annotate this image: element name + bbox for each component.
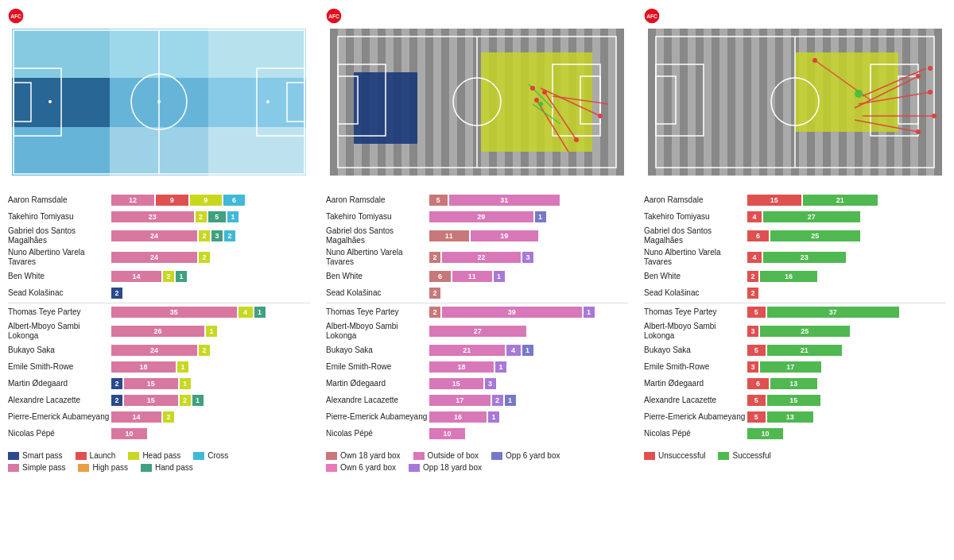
panel-title-pass-zones: AFC [8, 8, 310, 24]
bar-segment: 26 [111, 326, 204, 337]
player-name: Nuno Albertino Varela Tavares [644, 248, 747, 267]
legend-pass-location-2: Own 6 yard box Opp 18 yard box [326, 463, 628, 472]
bar-segment: 21 [767, 345, 843, 356]
svg-point-73 [916, 129, 921, 134]
bars: 6111 [429, 271, 628, 282]
legend-color-head [128, 452, 139, 460]
bars: 2141 [429, 345, 628, 356]
bars: 515 [747, 395, 946, 406]
bars: 261 [111, 326, 310, 337]
bar-segment: 21 [429, 345, 505, 356]
player-row: Pierre-Emerick Aubameyang142 [8, 410, 310, 424]
bars: 2151 [111, 378, 310, 389]
bar-segment: 5 [747, 345, 766, 356]
player-row: Emile Smith-Rowe181 [8, 360, 310, 374]
player-row: Bukayo Saka2141 [326, 343, 628, 357]
bar-segment: 2 [163, 271, 174, 282]
player-row: Sead Kolašinac2 [326, 286, 628, 300]
legend-high-pass: High pass [78, 463, 127, 472]
player-name: Thomas Teye Partey [326, 307, 429, 317]
bar-segment: 39 [442, 307, 582, 318]
legend-color-smart [8, 452, 19, 460]
svg-text:AFC: AFC [10, 14, 21, 19]
bar-segment: 1 [227, 211, 238, 222]
player-row: Takehiro Tomiyasu23251 [8, 210, 310, 224]
bar-segment: 2 [111, 395, 122, 406]
bar-segment: 27 [763, 211, 860, 222]
player-row: Thomas Teye Partey2391 [326, 305, 628, 319]
legend-outside: Outside of box [413, 451, 479, 460]
bar-segment: 15 [124, 395, 178, 406]
player-row: Takehiro Tomiyasu427 [644, 210, 946, 224]
player-name: Takehiro Tomiyasu [8, 212, 111, 222]
svg-text:AFC: AFC [328, 14, 339, 19]
bar-segment: 2 [111, 378, 122, 389]
bars: 27 [429, 326, 628, 337]
bars: 10 [747, 428, 946, 439]
bar-segment: 23 [763, 252, 846, 263]
bars: 2223 [429, 252, 628, 263]
bars: 625 [747, 230, 946, 241]
player-row: Sead Kolašinac2 [644, 286, 946, 300]
pass-outcome-rows: Aaron Ramsdale1521Takehiro Tomiyasu427Ga… [644, 193, 946, 443]
svg-point-44 [534, 98, 539, 102]
player-name: Albert-Mboyo Sambi Lokonga [644, 322, 747, 341]
svg-point-74 [812, 58, 817, 63]
bar-segment: 5 [208, 211, 227, 222]
bar-segment: 16 [429, 411, 487, 423]
bar-segment: 10 [429, 428, 465, 439]
bar-segment: 3 [211, 230, 223, 241]
bar-segment: 5 [747, 307, 766, 318]
arsenal-logo-2: AFC [326, 8, 342, 24]
bars: 216 [747, 271, 946, 282]
player-row: Martin Ødegaard153 [326, 377, 628, 391]
bars: 531 [429, 195, 628, 206]
player-name: Sead Kolašinac [326, 288, 429, 298]
player-name: Takehiro Tomiyasu [644, 212, 747, 222]
player-name: Pierre-Emerick Aubameyang [644, 412, 747, 422]
bar-segment: 21 [803, 195, 878, 206]
player-row: Thomas Teye Partey3541 [8, 305, 310, 319]
legend-color-own6 [326, 464, 337, 472]
legend-pass-location: Own 18 yard box Outside of box Opp 6 yar… [326, 451, 628, 460]
player-row: Nicolas Pépé10 [326, 427, 628, 441]
player-row: Ben White1421 [8, 269, 310, 284]
bar-segment: 14 [111, 411, 161, 423]
arsenal-logo-3: AFC [644, 8, 660, 24]
bar-segment: 2 [180, 395, 191, 406]
legend-color-successful [718, 452, 729, 460]
main-container: AFC [0, 0, 954, 484]
bar-segment: 12 [111, 195, 154, 206]
bars: 142 [111, 411, 310, 423]
bars: 2391 [429, 307, 628, 318]
bar-segment: 4 [747, 211, 762, 222]
bar-segment: 15 [767, 395, 821, 406]
player-name: Nicolas Pépé [8, 429, 111, 438]
svg-point-72 [932, 114, 937, 118]
player-name: Alexandre Lacazette [644, 396, 747, 405]
player-row: Nuno Albertino Varela Tavares2223 [326, 248, 628, 267]
legend-color-unsuccessful [644, 452, 655, 460]
bar-segment: 2 [163, 411, 174, 423]
player-row: Nuno Albertino Varela Tavares242 [8, 248, 310, 267]
bars: 2 [747, 288, 946, 299]
player-name: Emile Smith-Rowe [644, 362, 747, 372]
legend-simple-pass: Simple pass [8, 463, 65, 472]
bars: 325 [747, 326, 946, 337]
bar-segment: 5 [747, 395, 766, 406]
bars: 2 [429, 288, 628, 299]
legend-own18: Own 18 yard box [326, 451, 401, 460]
bar-segment: 2 [111, 288, 122, 299]
legend-hand-pass: Hand pass [141, 463, 193, 472]
bar-segment: 37 [767, 307, 900, 318]
player-name: Alexandre Lacazette [326, 396, 429, 405]
crosses-svg [644, 29, 946, 176]
bar-segment: 24 [111, 345, 197, 356]
bars: 317 [747, 361, 946, 373]
legend-color-own18 [326, 452, 337, 460]
charts-row: Aaron Ramsdale12996Takehiro Tomiyasu2325… [8, 183, 946, 472]
bar-segment: 15 [747, 195, 801, 206]
bar-segment: 9 [156, 195, 188, 206]
bar-segment: 4 [747, 252, 762, 263]
pass-zones-field [8, 29, 310, 176]
